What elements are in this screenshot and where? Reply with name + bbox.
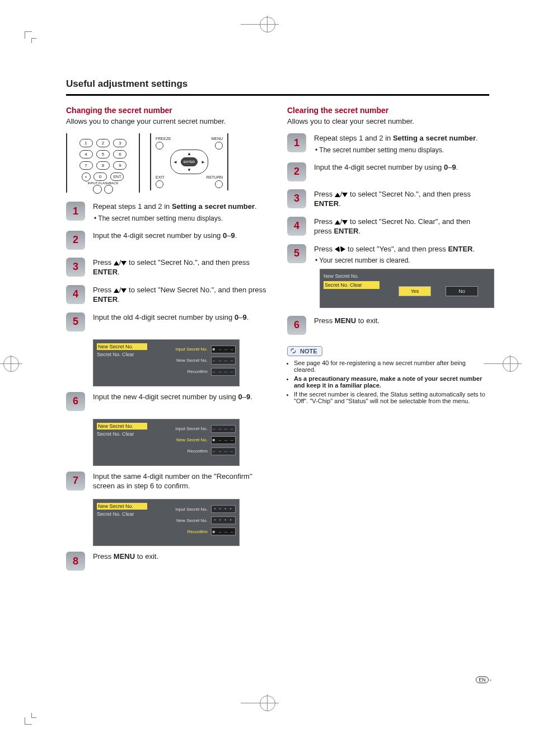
step-text: Input the same 4-digit number on the "Re… xyxy=(93,472,252,491)
exit-icon xyxy=(156,180,163,188)
step-number: 4 xyxy=(287,217,306,236)
remote-numpad: 1 2 3 4 5 6 7 8 9 • 0 ENT INPUT FLASHBAC… xyxy=(66,133,140,193)
remote-key-3: 3 xyxy=(113,139,127,147)
remote-key-dot: • xyxy=(82,172,91,181)
remote-key-6: 6 xyxy=(113,150,127,158)
remote-key-8: 8 xyxy=(96,161,110,170)
step-4: 4 Press / to select "New Secret No.", an… xyxy=(66,285,268,305)
up-arrow-icon xyxy=(335,193,340,197)
remote-key-2: 2 xyxy=(96,139,110,147)
step-6: 6 Input the new 4-digit secret number by… xyxy=(66,392,268,411)
note-item: See page 40 for re-registering a new sec… xyxy=(294,360,489,373)
r-step-4: 4 Press / to select "Secret No. Clear", … xyxy=(287,217,489,236)
osd-menu-item: New Secret No. xyxy=(324,273,380,279)
freeze-icon xyxy=(156,142,163,150)
step-bold: Setting a secret number xyxy=(172,202,255,211)
remote-key-9: 9 xyxy=(113,161,127,170)
down-arrow-icon xyxy=(121,261,127,265)
freeze-label: FREEZE xyxy=(156,137,171,141)
step-3: 3 Press / to select "Secret No.", and th… xyxy=(66,258,268,277)
remote-key-1: 1 xyxy=(79,139,93,147)
step-text: Repeat steps 1 and 2 in xyxy=(93,202,172,211)
enter-button-label: ENTER xyxy=(181,157,198,166)
menu-icon xyxy=(215,142,223,150)
register-mark-icon xyxy=(3,356,18,371)
step-bullet: • The secret number setting menu display… xyxy=(93,214,268,223)
step-number: 1 xyxy=(287,133,306,152)
note-item: If the secret number is cleared, the Sta… xyxy=(294,391,489,404)
r-step-2: 2 Input the 4-digit secret number by usi… xyxy=(287,162,489,181)
menu-label: MENU xyxy=(211,137,223,141)
note-icon xyxy=(290,347,298,355)
notes-list: See page 40 for re-registering a new sec… xyxy=(287,360,489,404)
step-number: 3 xyxy=(66,258,85,277)
step-5: 5 Input the old 4-digit secret number by… xyxy=(66,312,268,332)
down-arrow-icon xyxy=(121,288,127,293)
osd-menu-item: Secret No. Clear xyxy=(97,431,147,437)
osd-menu-item: Secret No. Clear xyxy=(324,281,380,289)
left-lead: Allows you to change your current secret… xyxy=(66,117,268,125)
step-bullet: • Your secret number is cleared. xyxy=(314,256,494,265)
osd-menu-item: New Secret No. xyxy=(97,503,147,510)
note-item: As a precautionary measure, make a note … xyxy=(294,375,489,389)
step-number: 6 xyxy=(287,316,306,335)
remote-illustrations: 1 2 3 4 5 6 7 8 9 • 0 ENT INPUT FLASHBAC… xyxy=(66,133,268,193)
remote-key-7: 7 xyxy=(79,161,93,170)
step-number: 5 xyxy=(66,312,85,332)
left-heading: Changing the secret number xyxy=(66,106,268,115)
step-bullet: • The secret number setting menu display… xyxy=(314,146,489,155)
remote-key-ent: ENT xyxy=(110,172,124,181)
return-label: RETURN xyxy=(207,175,223,179)
osd-step6: New Secret No. Secret No. Clear Input Se… xyxy=(93,419,240,466)
step-number: 2 xyxy=(287,162,306,181)
down-arrow-icon xyxy=(342,220,348,225)
up-arrow-icon xyxy=(114,288,119,293)
divider xyxy=(66,94,489,96)
step-text: Input the 4-digit secret number by using xyxy=(93,231,223,240)
remote-key-0: 0 xyxy=(93,172,107,181)
step-number: 5 xyxy=(287,244,306,263)
osd-menu-item: New Secret No. xyxy=(97,423,147,430)
step-number: 3 xyxy=(287,189,306,208)
osd-menu-item: New Secret No. xyxy=(97,343,147,350)
right-lead: Allows you to clear your secret number. xyxy=(287,117,489,125)
crop-mark xyxy=(31,38,36,43)
remote-circ xyxy=(93,185,102,194)
r-step-3: 3 Press / to select "Secret No.", and th… xyxy=(287,189,489,209)
page-lang-footer: EN- xyxy=(476,676,491,683)
right-heading: Clearing the secret number xyxy=(287,106,489,115)
r-step-6: 6 Press MENU to exit. xyxy=(287,316,489,335)
osd-menu-item: Secret No. Clear xyxy=(97,352,147,357)
remote-circ xyxy=(104,185,113,194)
osd-step5: New Secret No. Secret No. Clear Input Se… xyxy=(93,339,240,386)
input-flashback-label: INPUT FLASHBACK xyxy=(73,181,133,185)
r-step-5: 5 Press / to select "Yes", and then pres… xyxy=(287,244,489,308)
up-arrow-icon xyxy=(335,220,340,225)
osd-step7: New Secret No. Secret No. Clear Input Se… xyxy=(93,499,240,546)
left-column: Changing the secret number Allows you to… xyxy=(66,106,268,578)
step-number: 6 xyxy=(66,392,85,411)
osd-clear: New Secret No. Secret No. Clear Yes No xyxy=(320,269,494,308)
down-arrow-icon xyxy=(342,193,348,197)
step-text: . xyxy=(255,202,257,211)
manual-page: Useful adjustment settings Changing the … xyxy=(0,0,534,756)
note-badge: NOTE xyxy=(287,346,322,356)
r-step-1: 1 Repeat steps 1 and 2 in Setting a secr… xyxy=(287,133,489,155)
remote-key-5: 5 xyxy=(96,150,110,158)
step-number: 8 xyxy=(66,552,85,571)
register-mark-icon xyxy=(260,17,274,31)
step-8: 8 Press MENU to exit. xyxy=(66,552,268,571)
return-icon xyxy=(215,180,223,188)
step-number: 4 xyxy=(66,285,85,304)
exit-label: EXIT xyxy=(156,175,165,179)
note-label: NOTE xyxy=(300,348,317,354)
left-arrow-icon xyxy=(335,246,339,252)
osd-yes-button: Yes xyxy=(399,286,431,296)
lang-badge: EN xyxy=(476,676,489,683)
right-column: Clearing the secret number Allows you to… xyxy=(287,106,489,578)
osd-no-button: No xyxy=(446,286,478,296)
remote-key-4: 4 xyxy=(79,150,93,158)
up-arrow-icon xyxy=(114,261,119,265)
step-number: 2 xyxy=(66,231,85,250)
register-mark-icon xyxy=(503,356,517,371)
